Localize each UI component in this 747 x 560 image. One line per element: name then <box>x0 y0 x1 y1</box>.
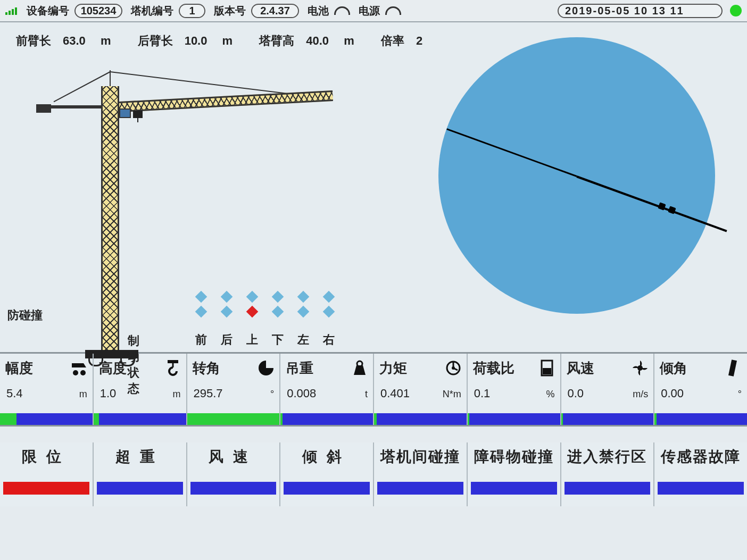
angle-icon <box>257 359 275 377</box>
counterweight-icon <box>36 104 51 113</box>
brake-indicator-icon <box>297 306 310 318</box>
arm-info-line: 前臂长63.0 m 后臂长10.0 m 塔臂高40.0 m 倍率2 <box>16 33 446 49</box>
svg-rect-8 <box>728 360 737 376</box>
metric-value: 295.7 <box>194 387 223 400</box>
metric-unit: N*m <box>443 389 461 400</box>
alarm-label: 障碍物碰撞 <box>472 447 556 467</box>
metric-hook: 高度 1.0 m <box>94 354 187 425</box>
tilt-icon <box>725 359 743 377</box>
metric-label: 幅度 <box>5 359 33 378</box>
alarm-label: 限位 <box>4 447 88 467</box>
brake-direction-label: 后 <box>221 332 233 348</box>
alarm-label: 进入禁行区 <box>566 447 650 467</box>
metric-bar <box>561 413 654 425</box>
status-led-icon <box>730 5 742 16</box>
alarm-cell: 倾斜 <box>280 442 374 506</box>
metric-load: 荷载比 0.1 % <box>468 354 561 425</box>
brake-direction-label: 左 <box>297 332 309 348</box>
moment-icon <box>444 359 462 377</box>
alarm-label: 传感器故障 <box>659 447 743 467</box>
brake-indicator-icon <box>323 291 335 303</box>
metric-label: 吊重 <box>286 359 313 378</box>
metric-value: 0.008 <box>287 387 316 400</box>
metric-value: 0.00 <box>661 387 684 400</box>
fan-icon <box>631 359 649 377</box>
metrics-row: 幅度 5.4 m 高度 1.0 m 转角 295.7 ° <box>0 352 747 427</box>
metric-unit: m <box>173 389 181 400</box>
version-label: 版本号 <box>214 4 246 18</box>
brake-indicator-icon <box>246 291 259 303</box>
brake-direction-label: 下 <box>272 332 284 348</box>
alarm-bar <box>3 482 89 495</box>
svg-rect-6 <box>543 368 551 374</box>
brake-indicator-icon <box>297 291 310 303</box>
metric-trolley: 幅度 5.4 m <box>0 354 94 425</box>
radar-counter-arm <box>446 128 577 177</box>
metric-unit: ° <box>270 389 274 400</box>
metric-value: 1.0 <box>100 387 117 400</box>
metric-label: 倾角 <box>660 359 687 378</box>
metric-label: 力矩 <box>379 359 407 378</box>
brake-direction-label: 前 <box>195 332 207 348</box>
metric-bar <box>187 413 280 425</box>
metric-unit: t <box>365 389 368 400</box>
metric-label: 转角 <box>193 359 220 378</box>
main-visual-area: 前臂长63.0 m 后臂长10.0 m 塔臂高40.0 m 倍率2 防碰撞 制动… <box>0 22 747 352</box>
alarm-cell: 进入禁行区 <box>561 442 655 506</box>
alarm-bar <box>471 482 557 495</box>
metric-bar <box>654 413 747 425</box>
alarm-label: 倾斜 <box>285 447 369 467</box>
trolley-icon <box>70 359 88 377</box>
crane-no-label: 塔机编号 <box>131 4 173 18</box>
operator-cab-icon <box>119 108 131 118</box>
brake-indicator-icon <box>195 306 208 318</box>
power-label: 电源 <box>359 4 380 18</box>
metric-label: 风速 <box>567 359 594 378</box>
battery-gauge-icon <box>334 6 350 15</box>
svg-point-2 <box>357 361 362 366</box>
slewing-radar <box>438 37 715 314</box>
alarm-label: 超重 <box>98 447 182 467</box>
alarm-cell: 障碍物碰撞 <box>468 442 561 506</box>
jib-icon <box>109 90 333 113</box>
metric-unit: % <box>546 389 554 400</box>
anti-collision-label: 防碰撞 <box>7 307 43 323</box>
metric-bar <box>0 413 93 425</box>
alarm-label: 风速 <box>192 447 276 467</box>
brake-indicator-icon <box>246 306 259 318</box>
alarm-cell: 传感器故障 <box>654 442 747 506</box>
brake-indicator-icon <box>272 306 284 318</box>
alarm-label: 塔机间碰撞 <box>378 447 462 467</box>
brake-indicator-icon <box>272 291 284 303</box>
metric-bar <box>280 413 373 425</box>
version-value: 2.4.37 <box>251 4 299 18</box>
metric-label: 高度 <box>99 359 127 378</box>
brake-indicator-icon <box>195 291 208 303</box>
alarm-bar <box>565 482 651 495</box>
metric-value: 0.401 <box>380 387 410 400</box>
metric-angle: 转角 295.7 ° <box>187 354 281 425</box>
alarm-bar <box>190 482 277 495</box>
signal-icon <box>5 6 18 15</box>
metric-unit: m/s <box>633 389 648 400</box>
metric-fan: 风速 0.0 m/s <box>561 354 655 425</box>
svg-point-4 <box>452 366 455 370</box>
alarm-bar <box>284 482 370 495</box>
metric-value: 5.4 <box>6 387 23 400</box>
header-bar: 设备编号 105234 塔机编号 1 版本号 2.4.37 电池 电源 2019… <box>0 0 747 22</box>
battery-label: 电池 <box>308 4 329 18</box>
datetime-display: 2019-05-05 10 13 11 <box>558 4 723 18</box>
metric-bar <box>468 413 560 425</box>
alarm-bar <box>658 482 744 495</box>
alarm-cell: 限位 <box>0 442 94 506</box>
alarms-row: 限位 超重 风速 倾斜 塔机间碰撞 障碍物碰撞 进入禁行区 传感器故障 <box>0 442 747 506</box>
metric-moment: 力矩 0.401 N*m <box>374 354 468 425</box>
crane-no-value: 1 <box>179 4 205 18</box>
brake-indicator-icon <box>323 306 335 318</box>
metric-value: 0.1 <box>474 387 491 400</box>
metric-weight: 吊重 0.008 t <box>280 354 374 425</box>
brake-direction-label: 右 <box>323 332 335 348</box>
device-id-value: 105234 <box>74 4 122 18</box>
brake-direction-label: 上 <box>246 332 258 348</box>
svg-point-0 <box>73 370 78 375</box>
